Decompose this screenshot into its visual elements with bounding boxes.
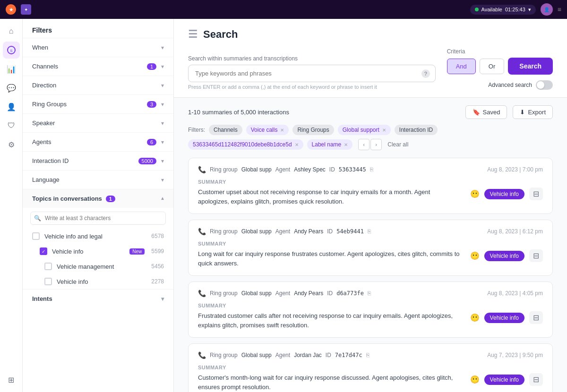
id-val-1: 54eb9441 xyxy=(336,228,364,235)
sentiment-icon-2[interactable]: 😶 xyxy=(470,313,480,322)
interaction-card-1: 📞 Ring group Global supp Agent Andy Pear… xyxy=(188,220,553,276)
filter-nav-next[interactable]: › xyxy=(370,139,382,150)
filter-row-ring-groups[interactable]: Ring Groups 3 ▾ xyxy=(23,95,173,113)
sidebar-item-person[interactable]: 👤 xyxy=(3,98,20,115)
app-icon[interactable]: ✦ xyxy=(21,4,31,15)
app-logo[interactable]: ★ xyxy=(6,4,16,15)
remove-label-name[interactable]: ✕ xyxy=(344,142,348,147)
checkbox-vehicle-info[interactable]: ✓ xyxy=(40,247,47,255)
phone-icon-0: 📞 xyxy=(198,166,206,173)
card-actions-0: 😶 Vehicle info ⊟ xyxy=(470,187,543,200)
card-header-left-0: 📞 Ring group Global supp Agent Ashley Sp… xyxy=(198,166,373,173)
topic-item-vehicle-info-sub: Vehicle info 2278 xyxy=(23,274,173,289)
bookmark-icon: 🔖 xyxy=(472,109,480,116)
chevron-icon-when: ▾ xyxy=(161,44,164,51)
sentiment-icon-1[interactable]: 😶 xyxy=(470,251,480,260)
criteria-and-btn[interactable]: And xyxy=(447,59,476,74)
saved-button[interactable]: 🔖 Saved xyxy=(465,105,507,119)
remove-id-value[interactable]: ✕ xyxy=(295,142,299,147)
card-body-3: Customer's month-long wait for car inqui… xyxy=(198,373,543,392)
vehicle-info-badge-3[interactable]: Vehicle info xyxy=(484,375,524,385)
copy-icon-0[interactable]: ⎘ xyxy=(370,166,373,173)
sidebar-item-analytics[interactable]: 📊 xyxy=(3,60,20,77)
toggle-thumb xyxy=(537,81,544,89)
filter-section-ring-groups: Ring Groups 3 ▾ xyxy=(23,95,173,114)
status-badge[interactable]: Available 01:25:43 ▾ xyxy=(470,5,536,15)
search-button[interactable]: Search xyxy=(508,58,553,75)
card-body-1: Long wait for car inquiry response frust… xyxy=(198,249,543,268)
remove-voice-calls[interactable]: ✕ xyxy=(280,128,284,133)
filter-right-ring-groups: 3 ▾ xyxy=(147,101,164,108)
export-button[interactable]: ⬇ Export xyxy=(513,105,553,119)
chip-global-support[interactable]: Global support ✕ xyxy=(338,125,391,135)
sidebar-item-chat[interactable]: 💬 xyxy=(3,79,20,96)
export-icon: ⬇ xyxy=(520,109,525,116)
advanced-toggle: Advanced search xyxy=(488,80,553,90)
filters-title: Filters xyxy=(23,19,173,38)
filter-row-interaction-id[interactable]: Interaction ID 5000 ▾ xyxy=(23,152,173,170)
ring-group-val-1: Global supp xyxy=(241,228,272,235)
results-toolbar: 1-10 summaries of 5,000 interactions 🔖 S… xyxy=(188,105,553,119)
intents-row[interactable]: Intents ▾ xyxy=(23,289,173,308)
help-icon[interactable]: ? xyxy=(421,69,430,78)
filter-section-agents: Agents 6 ▾ xyxy=(23,133,173,152)
chip-label-name[interactable]: Label name ✕ xyxy=(307,139,353,150)
topic-count-vehicle-info: 5599 xyxy=(151,248,164,255)
transcript-icon-0[interactable]: ⊟ xyxy=(529,187,543,200)
sidebar-item-grid[interactable]: ⊞ xyxy=(3,371,20,388)
filter-right-agents: 6 ▾ xyxy=(147,139,164,145)
results-count: 1-10 summaries of 5,000 interactions xyxy=(188,109,289,116)
topics-header[interactable]: Topics in conversations 1 ▾ xyxy=(23,189,173,208)
chip-id-value[interactable]: 53633465d112482f9010debe8b1dce5d ✕ xyxy=(188,139,303,150)
sidebar-item-contacts[interactable]: S xyxy=(3,42,20,59)
remove-global-support[interactable]: ✕ xyxy=(382,128,386,133)
sentiment-icon-0[interactable]: 😶 xyxy=(470,189,480,198)
criteria-or-btn[interactable]: Or xyxy=(480,59,504,74)
checkbox-vehicle-info-sub[interactable] xyxy=(44,278,52,285)
filter-row-speaker[interactable]: Speaker ▾ xyxy=(23,114,173,132)
phone-icon-3: 📞 xyxy=(198,351,206,359)
sidebar-item-home[interactable]: ⌂ xyxy=(3,23,20,40)
copy-icon-3[interactable]: ⎘ xyxy=(366,352,369,358)
vehicle-info-badge-1[interactable]: Vehicle info xyxy=(484,251,524,261)
topic-count-vehicle-info-sub: 2278 xyxy=(151,278,164,285)
checkbox-vehicle-info-legal[interactable] xyxy=(32,232,40,240)
filter-row-when[interactable]: When ▾ xyxy=(23,38,173,57)
vehicle-info-badge-2[interactable]: Vehicle info xyxy=(484,313,524,323)
id-label-3: ID xyxy=(326,352,331,358)
chip-voice-calls[interactable]: Voice calls ✕ xyxy=(246,125,289,135)
card-actions-1: 😶 Vehicle info ⊟ xyxy=(470,249,543,262)
hamburger-icon[interactable]: ☰ xyxy=(188,28,198,41)
search-area-label: Search within summaries and transcriptio… xyxy=(188,55,436,62)
transcript-icon-2[interactable]: ⊟ xyxy=(529,311,543,324)
id-label-2: ID xyxy=(327,290,333,297)
filter-row-language[interactable]: Language ▾ xyxy=(23,170,173,189)
sidebar-item-settings[interactable]: ⚙ xyxy=(3,136,20,153)
filter-row-channels[interactable]: Channels 1 ▾ xyxy=(23,57,173,76)
card-actions-3: 😶 Vehicle info ⊟ xyxy=(470,373,543,386)
vehicle-info-badge-0[interactable]: Vehicle info xyxy=(484,189,524,199)
avatar[interactable]: 👤 xyxy=(541,3,553,16)
filter-row-agents[interactable]: Agents 6 ▾ xyxy=(23,133,173,151)
transcript-icon-3[interactable]: ⊟ xyxy=(529,373,543,386)
filter-right-interaction-id: 5000 ▾ xyxy=(138,158,164,164)
chevron-icon-agents: ▾ xyxy=(161,139,164,145)
copy-icon-1[interactable]: ⎘ xyxy=(368,228,371,235)
card-text-1: Long wait for car inquiry response frust… xyxy=(198,249,463,268)
sidebar-item-shield[interactable]: 🛡 xyxy=(3,117,20,134)
transcript-icon-1[interactable]: ⊟ xyxy=(529,249,543,262)
agent-val-2: Andy Pears xyxy=(294,290,323,297)
new-badge-vehicle-info: New xyxy=(129,248,145,255)
search-input[interactable] xyxy=(188,65,436,82)
topics-search-input[interactable] xyxy=(30,212,166,225)
copy-icon-2[interactable]: ⎘ xyxy=(368,290,371,297)
clear-all-btn[interactable]: Clear all xyxy=(387,141,408,148)
filter-row-direction[interactable]: Direction ▾ xyxy=(23,76,173,94)
filter-nav-prev[interactable]: ‹ xyxy=(358,139,369,150)
menu-icon[interactable]: ≡ xyxy=(558,6,561,13)
card-header-1: 📞 Ring group Global supp Agent Andy Pear… xyxy=(198,228,543,235)
sentiment-icon-3[interactable]: 😶 xyxy=(470,375,480,384)
search-icon: 🔍 xyxy=(34,215,41,222)
checkbox-vehicle-management[interactable] xyxy=(44,263,52,270)
advanced-search-toggle[interactable] xyxy=(536,80,553,90)
